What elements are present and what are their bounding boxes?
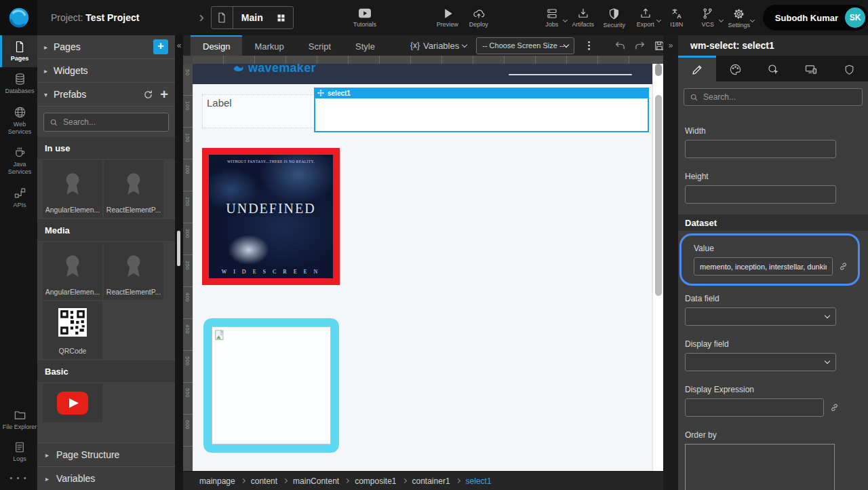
page-selector[interactable]: Main bbox=[211, 6, 294, 29]
order-by-field[interactable] bbox=[685, 444, 835, 490]
screen-size-dropdown[interactable]: -- Choose Screen Size -- bbox=[476, 37, 574, 54]
value-field[interactable] bbox=[694, 257, 833, 276]
section-pages[interactable]: ▸ Pages + bbox=[37, 35, 175, 59]
rail-more-button[interactable]: • • • bbox=[0, 468, 37, 490]
width-label: Width bbox=[685, 126, 868, 136]
width-field[interactable] bbox=[685, 140, 836, 158]
prefab-card-qrcode[interactable]: QRCode bbox=[43, 301, 102, 359]
vcs-icon bbox=[701, 7, 714, 20]
redo-icon bbox=[634, 41, 646, 51]
expand-inspector-button[interactable]: » bbox=[663, 41, 678, 50]
wavemaker-logo[interactable] bbox=[0, 0, 37, 35]
rail-item-web-services[interactable]: Web Services bbox=[0, 100, 37, 141]
rail-item-java-services[interactable]: Java Services bbox=[0, 140, 37, 181]
breadcrumb-mainpage[interactable]: mainpage bbox=[199, 476, 235, 486]
display-expression-field[interactable] bbox=[685, 398, 824, 417]
prefab-card-react[interactable]: ReactElementP... bbox=[104, 160, 163, 218]
select-widget-box[interactable] bbox=[314, 98, 649, 132]
preview-button[interactable]: Preview bbox=[432, 7, 463, 28]
breadcrumb-container1[interactable]: container1 bbox=[412, 476, 450, 486]
project-label: Project: bbox=[51, 12, 83, 23]
picture-widget-poster[interactable]: WITHOUT FANTASY...THERE IS NO REALITY. U… bbox=[202, 148, 340, 285]
section-widgets[interactable]: ▸ Widgets bbox=[37, 59, 175, 83]
prefab-card-youtube[interactable]: Youtube bbox=[43, 383, 102, 422]
rail-item-pages[interactable]: Pages bbox=[0, 35, 37, 67]
tab-style[interactable]: Style bbox=[343, 35, 387, 56]
prefab-card-angular-media[interactable]: AngularElemen... bbox=[43, 242, 102, 300]
tutorials-button[interactable]: Tutorials bbox=[349, 7, 380, 28]
section-variables[interactable]: ▸ Variables bbox=[37, 466, 175, 490]
add-page-button[interactable]: + bbox=[153, 39, 168, 54]
label-widget[interactable]: Label bbox=[202, 94, 315, 128]
tab-security[interactable] bbox=[830, 56, 868, 81]
move-icon bbox=[317, 90, 324, 96]
tab-devices[interactable] bbox=[792, 56, 830, 81]
select-widget-selected[interactable]: select1 bbox=[314, 88, 649, 132]
canvas-area: Design Markup Script Style {x} Variables… bbox=[183, 35, 663, 490]
project-chevron-icon[interactable]: › bbox=[199, 10, 203, 25]
bind-value-icon[interactable] bbox=[838, 261, 848, 271]
export-button[interactable]: Export bbox=[630, 7, 661, 28]
import-prefab-button[interactable]: + bbox=[160, 88, 168, 101]
undo-button[interactable] bbox=[614, 41, 626, 51]
prefab-card-react-media[interactable]: ReactElementP... bbox=[104, 242, 163, 300]
artifacts-button[interactable]: Artifacts bbox=[568, 7, 599, 28]
property-search-input[interactable] bbox=[703, 92, 839, 102]
variables-dropdown[interactable]: {x} Variables bbox=[410, 41, 467, 51]
bind-expression-icon[interactable] bbox=[829, 402, 840, 413]
breadcrumb-maincontent[interactable]: mainContent bbox=[293, 476, 339, 486]
section-page-structure[interactable]: ▸ Page Structure bbox=[37, 442, 175, 466]
rail-item-apis[interactable]: APIs bbox=[0, 181, 37, 214]
picture-widget-empty[interactable] bbox=[203, 318, 339, 453]
display-field-select[interactable] bbox=[685, 353, 836, 371]
canvas-vertical-scrollbar[interactable] bbox=[652, 64, 663, 471]
i18n-button[interactable]: A I18N bbox=[661, 7, 692, 28]
design-canvas[interactable]: wavemaker Label select1 bbox=[193, 64, 652, 471]
breadcrumb-content[interactable]: content bbox=[251, 476, 277, 486]
vcs-button[interactable]: VCS bbox=[692, 7, 724, 28]
rail-item-file-explorer[interactable]: File Explorer bbox=[0, 403, 37, 436]
display-expression-label: Display Expression bbox=[685, 385, 868, 394]
rail-item-logs[interactable]: Logs bbox=[0, 436, 37, 468]
property-search[interactable] bbox=[684, 88, 863, 106]
security-button[interactable]: Security bbox=[599, 7, 630, 29]
prefab-search-input[interactable] bbox=[63, 117, 158, 127]
tab-events[interactable] bbox=[754, 56, 792, 81]
rail-item-databases[interactable]: Databases bbox=[0, 67, 37, 100]
logs-icon bbox=[14, 441, 26, 453]
more-options-button[interactable]: ⋮ bbox=[584, 39, 594, 52]
page-grid-icon[interactable] bbox=[270, 13, 293, 23]
tab-design[interactable]: Design bbox=[191, 35, 242, 56]
data-field-select[interactable] bbox=[685, 307, 836, 326]
tab-styles[interactable] bbox=[716, 56, 754, 81]
refresh-prefabs-button[interactable] bbox=[143, 90, 153, 100]
height-label: Height bbox=[685, 172, 868, 181]
section-prefabs[interactable]: ▾ Prefabs + bbox=[37, 83, 175, 107]
user-menu[interactable]: Subodh Kumar SK bbox=[763, 5, 868, 31]
deploy-button[interactable]: Deploy bbox=[463, 7, 494, 28]
prefab-card-angular[interactable]: AngularElemen... bbox=[43, 160, 102, 218]
jobs-button[interactable]: Jobs bbox=[536, 7, 568, 28]
jobs-icon bbox=[545, 7, 559, 20]
collapse-panel-button[interactable]: « bbox=[175, 41, 183, 50]
tab-markup[interactable]: Markup bbox=[242, 35, 296, 56]
project-name: Test Project bbox=[85, 12, 139, 23]
breadcrumb-composite1[interactable]: composite1 bbox=[355, 476, 396, 486]
breadcrumb-separator-icon bbox=[241, 478, 245, 483]
caret-down-icon: ▾ bbox=[44, 91, 54, 98]
tab-properties[interactable] bbox=[678, 56, 716, 81]
prefab-search[interactable] bbox=[43, 113, 169, 132]
settings-button[interactable]: Settings bbox=[724, 7, 755, 29]
scrollbar-thumb[interactable] bbox=[655, 95, 662, 296]
i18n-icon: A bbox=[670, 7, 684, 20]
prefab-ribbon-icon bbox=[121, 170, 146, 198]
panel-scrollbar[interactable] bbox=[177, 231, 180, 266]
breadcrumb-select1[interactable]: select1 bbox=[466, 476, 492, 486]
avatar: SK bbox=[845, 7, 865, 28]
height-field[interactable] bbox=[685, 185, 836, 204]
canvas-page-header[interactable]: wavemaker bbox=[193, 64, 652, 84]
shield-icon bbox=[844, 64, 855, 76]
redo-button[interactable] bbox=[634, 41, 646, 51]
select-widget-tag[interactable]: select1 bbox=[314, 88, 649, 98]
tab-script[interactable]: Script bbox=[296, 35, 343, 56]
